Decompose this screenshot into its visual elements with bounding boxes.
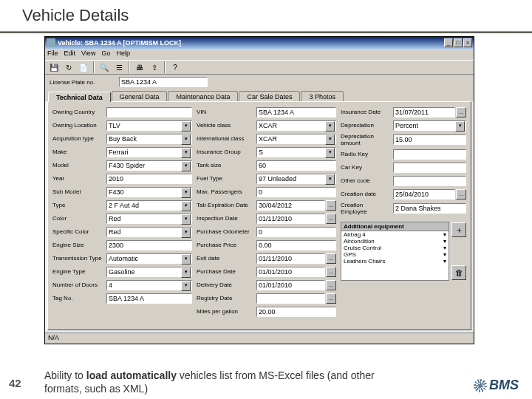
carkey-label: Car Key — [341, 164, 391, 171]
submodel-label: Sub Model — [52, 188, 104, 195]
tabexp-input[interactable]: 30/04/2012 — [256, 200, 325, 211]
list-item[interactable]: GPS▾ — [341, 251, 449, 258]
type-input[interactable]: 2 F Aut 4d — [106, 200, 192, 211]
tabexp-label: Tab Expiration Date — [197, 202, 254, 208]
pprice-label: Purchase Price — [197, 242, 254, 248]
cemp-input[interactable]: 2 Dana Shakes — [393, 203, 466, 214]
help-icon[interactable]: ? — [168, 61, 182, 73]
save-icon[interactable]: 💾 — [47, 61, 61, 73]
export-icon[interactable]: ⇪ — [148, 61, 161, 73]
dep-label: Depreciation — [341, 122, 391, 129]
close-button[interactable]: × — [463, 38, 472, 47]
list-item[interactable]: Airbag 4▾ — [341, 231, 449, 238]
cdate-label: Creation date — [341, 191, 391, 197]
tab-technical[interactable]: Technical Data — [48, 92, 111, 102]
color-input[interactable]: Red — [106, 214, 192, 224]
podo-input[interactable]: 0 — [256, 227, 336, 237]
list-item[interactable]: Cruise Control▾ — [341, 245, 449, 251]
cdate-browse-button[interactable]: … — [456, 189, 466, 200]
menu-view[interactable]: View — [81, 50, 95, 59]
dep-input[interactable]: Percent — [393, 120, 466, 131]
pdate-browse-button[interactable]: … — [326, 267, 336, 277]
transmission-input[interactable]: Automatic — [106, 253, 192, 264]
insp-input[interactable]: 01/11/2010 — [256, 214, 325, 224]
iclass-input[interactable]: XCAR — [256, 134, 336, 144]
license-plate-input[interactable]: SBA 1234 A — [119, 77, 208, 87]
tank-input[interactable]: 60 — [256, 160, 336, 171]
insp-browse-button[interactable]: … — [326, 214, 336, 224]
tank-label: Tank size — [197, 162, 254, 168]
exit-browse-button[interactable]: … — [326, 253, 336, 264]
vin-label: VIN — [197, 109, 254, 115]
tab-maintenance[interactable]: Maintenance Data — [168, 91, 238, 101]
specific_color-label: Specific Color — [52, 228, 104, 235]
ins-input[interactable]: 31/07/2011 — [393, 107, 455, 117]
field-carkey: Car Key — [341, 162, 466, 173]
field-ddate: Delivery Date01/01/2010… — [197, 279, 336, 290]
vin-input[interactable]: SBA 1234 A — [256, 107, 336, 117]
list-item[interactable]: Leathers Chairs▾ — [341, 258, 449, 265]
maxp-input[interactable]: 0 — [256, 187, 336, 197]
print-icon[interactable]: 🖶 — [133, 61, 146, 73]
column-3: Insurance Date31/07/2011…DepreciationPer… — [341, 106, 466, 325]
maximize-button[interactable]: □ — [454, 38, 463, 47]
cdate-input[interactable]: 25/04/2010 — [393, 189, 455, 200]
ddate-browse-button[interactable]: … — [326, 280, 336, 290]
menu-go[interactable]: Go — [101, 50, 110, 59]
refresh-icon[interactable]: ↻ — [62, 61, 75, 73]
field-ins: Insurance Date31/07/2011… — [341, 106, 466, 117]
pdate-label: Purchase Date — [197, 268, 254, 275]
depamt-input[interactable]: 15.00 — [393, 134, 466, 145]
exit-input[interactable]: 01/11/2010 — [256, 253, 325, 264]
owning_location-input[interactable]: TLV — [106, 120, 192, 131]
field-owning_country: Owning Country — [52, 106, 192, 117]
tab-sale-dates[interactable]: Car Sale Dates — [239, 91, 300, 101]
acquisition-input[interactable]: Buy Back — [106, 134, 192, 144]
make-input[interactable]: Ferrari — [106, 147, 192, 157]
mpg-input[interactable]: 20.00 — [256, 307, 336, 317]
pdate-input[interactable]: 01/01/2010 — [256, 267, 325, 277]
copy-icon[interactable]: 📄 — [77, 61, 90, 73]
tab-photos[interactable]: 3 Photos — [301, 91, 344, 101]
exit-label: Exit date — [197, 255, 254, 262]
year-input[interactable]: 2010 — [106, 174, 192, 184]
vclass-label: Vehicle class — [197, 122, 254, 129]
tabexp-browse-button[interactable]: … — [326, 200, 336, 211]
carkey-input[interactable] — [393, 163, 466, 173]
submodel-input[interactable]: F430 — [106, 187, 192, 197]
list-icon[interactable]: ☰ — [112, 61, 126, 73]
owning_country-input[interactable] — [106, 107, 192, 117]
other-input[interactable] — [393, 176, 466, 186]
list-item[interactable]: Aircondition▾ — [341, 238, 449, 245]
rdate-input[interactable] — [256, 293, 325, 304]
rdate-browse-button[interactable]: … — [326, 293, 336, 304]
doors-input[interactable]: 4 — [106, 280, 192, 290]
radio-input[interactable] — [393, 149, 466, 160]
ddate-input[interactable]: 01/01/2010 — [256, 280, 325, 290]
menu-file[interactable]: File — [47, 50, 58, 59]
find-icon[interactable]: 🔍 — [98, 61, 111, 73]
model-input[interactable]: F430 Spider — [106, 160, 192, 171]
delete-equipment-button[interactable]: 🗑 — [451, 265, 466, 280]
menu-help[interactable]: Help — [116, 50, 130, 59]
specific_color-input[interactable]: Red — [106, 227, 192, 237]
logo-sun-icon — [474, 379, 487, 392]
slide-title: Vehicle Details — [0, 0, 532, 31]
pprice-input[interactable]: 0.00 — [256, 240, 336, 250]
menu-edit[interactable]: Edit — [64, 50, 76, 59]
fuel-input[interactable]: 97 Unleaded — [256, 174, 336, 184]
add-equipment-button[interactable]: ＋ — [451, 222, 466, 237]
equipment-list[interactable]: Additional equipmentAirbag 4▾Airconditio… — [341, 222, 449, 281]
titlebar[interactable]: Vehicle: SBA 1234 A [OPTIMISM LOCK] _ □ … — [45, 37, 474, 49]
tab-general[interactable]: General Data — [112, 91, 168, 101]
ins-browse-button[interactable]: … — [456, 107, 466, 117]
field-fuel: Fuel Type97 Unleaded — [197, 173, 336, 184]
igroup-input[interactable]: S — [256, 147, 336, 157]
vclass-input[interactable]: XCAR — [256, 120, 336, 131]
window-title: Vehicle: SBA 1234 A [OPTIMISM LOCK] — [58, 39, 443, 47]
tag-input[interactable]: SBA 1234 A — [106, 293, 192, 304]
engine_type-input[interactable]: Gasoline — [106, 267, 192, 277]
minimize-button[interactable]: _ — [444, 38, 453, 47]
engine_size-input[interactable]: 2300 — [106, 240, 192, 250]
owning_country-label: Owning Country — [52, 109, 104, 115]
